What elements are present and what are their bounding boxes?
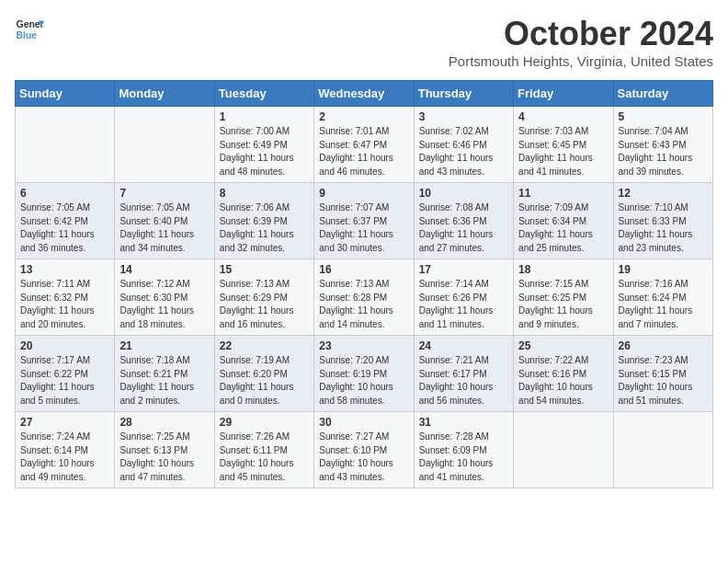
calendar-week-row: 20Sunrise: 7:17 AM Sunset: 6:22 PM Dayli… [16, 336, 713, 412]
day-info: Sunrise: 7:14 AM Sunset: 6:26 PM Dayligh… [419, 278, 508, 331]
day-info: Sunrise: 7:09 AM Sunset: 6:34 PM Dayligh… [518, 201, 608, 255]
day-number: 31 [419, 416, 508, 429]
day-number: 11 [518, 187, 608, 200]
calendar-cell: 22Sunrise: 7:19 AM Sunset: 6:20 PM Dayli… [214, 336, 313, 412]
calendar-cell [613, 412, 712, 488]
day-number: 3 [419, 110, 508, 123]
day-info: Sunrise: 7:25 AM Sunset: 6:13 PM Dayligh… [119, 431, 209, 484]
calendar-cell: 21Sunrise: 7:18 AM Sunset: 6:21 PM Dayli… [115, 336, 214, 412]
calendar-cell: 31Sunrise: 7:28 AM Sunset: 6:09 PM Dayli… [414, 412, 513, 488]
svg-text:Blue: Blue [17, 30, 38, 40]
calendar-cell: 1Sunrise: 7:00 AM Sunset: 6:49 PM Daylig… [214, 107, 313, 183]
calendar-cell: 9Sunrise: 7:07 AM Sunset: 6:37 PM Daylig… [314, 183, 414, 259]
logo: General Blue [15, 15, 44, 44]
calendar-cell: 5Sunrise: 7:04 AM Sunset: 6:43 PM Daylig… [613, 107, 712, 183]
day-info: Sunrise: 7:01 AM Sunset: 6:47 PM Dayligh… [319, 125, 408, 178]
calendar-cell: 23Sunrise: 7:20 AM Sunset: 6:19 PM Dayli… [314, 336, 414, 412]
day-number: 1 [220, 110, 309, 123]
calendar-cell [514, 412, 613, 488]
day-number: 29 [220, 416, 309, 429]
calendar-cell: 3Sunrise: 7:02 AM Sunset: 6:46 PM Daylig… [414, 107, 513, 183]
day-number: 8 [220, 187, 309, 200]
calendar-cell: 15Sunrise: 7:13 AM Sunset: 6:29 PM Dayli… [214, 259, 313, 336]
weekday-header-cell: Wednesday [314, 81, 414, 107]
calendar-table: SundayMondayTuesdayWednesdayThursdayFrid… [15, 80, 713, 488]
calendar-cell: 27Sunrise: 7:24 AM Sunset: 6:14 PM Dayli… [16, 412, 115, 488]
month-title: October 2024 [449, 15, 713, 53]
weekday-header-cell: Tuesday [214, 81, 313, 107]
day-number: 12 [619, 187, 708, 200]
day-info: Sunrise: 7:08 AM Sunset: 6:36 PM Dayligh… [419, 201, 508, 255]
calendar-cell: 13Sunrise: 7:11 AM Sunset: 6:32 PM Dayli… [16, 259, 115, 336]
weekday-header-cell: Sunday [16, 81, 115, 107]
day-number: 2 [319, 110, 408, 123]
calendar-cell: 25Sunrise: 7:22 AM Sunset: 6:16 PM Dayli… [514, 336, 613, 412]
day-number: 6 [20, 187, 109, 200]
calendar-cell: 12Sunrise: 7:10 AM Sunset: 6:33 PM Dayli… [613, 183, 712, 259]
calendar-cell [115, 107, 214, 183]
page-header: General Blue October 2024 Portsmouth Hei… [15, 15, 713, 69]
calendar-week-row: 13Sunrise: 7:11 AM Sunset: 6:32 PM Dayli… [16, 259, 713, 336]
day-info: Sunrise: 7:11 AM Sunset: 6:32 PM Dayligh… [20, 278, 109, 331]
calendar-week-row: 6Sunrise: 7:05 AM Sunset: 6:42 PM Daylig… [16, 183, 713, 259]
day-info: Sunrise: 7:05 AM Sunset: 6:42 PM Dayligh… [20, 201, 109, 255]
day-number: 21 [119, 339, 209, 352]
day-info: Sunrise: 7:26 AM Sunset: 6:11 PM Dayligh… [220, 431, 309, 484]
day-info: Sunrise: 7:23 AM Sunset: 6:15 PM Dayligh… [619, 354, 708, 408]
weekday-header-cell: Thursday [414, 81, 513, 107]
calendar-cell: 29Sunrise: 7:26 AM Sunset: 6:11 PM Dayli… [214, 412, 313, 488]
day-info: Sunrise: 7:06 AM Sunset: 6:39 PM Dayligh… [220, 201, 309, 255]
logo-icon: General Blue [15, 15, 44, 44]
day-info: Sunrise: 7:19 AM Sunset: 6:20 PM Dayligh… [220, 354, 309, 408]
calendar-cell: 11Sunrise: 7:09 AM Sunset: 6:34 PM Dayli… [514, 183, 613, 259]
location-subtitle: Portsmouth Heights, Virginia, United Sta… [449, 53, 713, 69]
weekday-header-cell: Monday [115, 81, 214, 107]
day-info: Sunrise: 7:21 AM Sunset: 6:17 PM Dayligh… [419, 354, 508, 408]
day-info: Sunrise: 7:20 AM Sunset: 6:19 PM Dayligh… [319, 354, 408, 408]
day-info: Sunrise: 7:05 AM Sunset: 6:40 PM Dayligh… [119, 201, 209, 255]
calendar-cell: 4Sunrise: 7:03 AM Sunset: 6:45 PM Daylig… [514, 107, 613, 183]
calendar-cell: 18Sunrise: 7:15 AM Sunset: 6:25 PM Dayli… [514, 259, 613, 336]
day-number: 28 [119, 416, 209, 429]
calendar-cell: 10Sunrise: 7:08 AM Sunset: 6:36 PM Dayli… [414, 183, 513, 259]
day-info: Sunrise: 7:15 AM Sunset: 6:25 PM Dayligh… [518, 278, 608, 331]
calendar-cell: 24Sunrise: 7:21 AM Sunset: 6:17 PM Dayli… [414, 336, 513, 412]
day-info: Sunrise: 7:03 AM Sunset: 6:45 PM Dayligh… [518, 125, 608, 178]
day-number: 9 [319, 187, 408, 200]
calendar-cell: 20Sunrise: 7:17 AM Sunset: 6:22 PM Dayli… [16, 336, 115, 412]
calendar-week-row: 27Sunrise: 7:24 AM Sunset: 6:14 PM Dayli… [16, 412, 713, 488]
weekday-header-cell: Friday [514, 81, 613, 107]
calendar-body: 1Sunrise: 7:00 AM Sunset: 6:49 PM Daylig… [16, 107, 713, 488]
day-number: 23 [319, 339, 408, 352]
day-info: Sunrise: 7:16 AM Sunset: 6:24 PM Dayligh… [619, 278, 708, 331]
day-info: Sunrise: 7:27 AM Sunset: 6:10 PM Dayligh… [319, 431, 408, 484]
day-info: Sunrise: 7:04 AM Sunset: 6:43 PM Dayligh… [619, 125, 708, 178]
day-number: 14 [119, 263, 209, 276]
day-info: Sunrise: 7:13 AM Sunset: 6:29 PM Dayligh… [220, 278, 309, 331]
day-number: 19 [619, 263, 708, 276]
calendar-week-row: 1Sunrise: 7:00 AM Sunset: 6:49 PM Daylig… [16, 107, 713, 183]
calendar-cell: 7Sunrise: 7:05 AM Sunset: 6:40 PM Daylig… [115, 183, 214, 259]
day-number: 7 [119, 187, 209, 200]
day-number: 22 [220, 339, 309, 352]
calendar-cell: 6Sunrise: 7:05 AM Sunset: 6:42 PM Daylig… [16, 183, 115, 259]
calendar-cell: 26Sunrise: 7:23 AM Sunset: 6:15 PM Dayli… [613, 336, 712, 412]
day-info: Sunrise: 7:10 AM Sunset: 6:33 PM Dayligh… [619, 201, 708, 255]
day-info: Sunrise: 7:24 AM Sunset: 6:14 PM Dayligh… [20, 431, 109, 484]
day-info: Sunrise: 7:22 AM Sunset: 6:16 PM Dayligh… [518, 354, 608, 408]
calendar-cell: 17Sunrise: 7:14 AM Sunset: 6:26 PM Dayli… [414, 259, 513, 336]
day-number: 16 [319, 263, 408, 276]
day-info: Sunrise: 7:18 AM Sunset: 6:21 PM Dayligh… [119, 354, 209, 408]
day-info: Sunrise: 7:12 AM Sunset: 6:30 PM Dayligh… [119, 278, 209, 331]
weekday-header-row: SundayMondayTuesdayWednesdayThursdayFrid… [16, 81, 713, 107]
calendar-cell: 16Sunrise: 7:13 AM Sunset: 6:28 PM Dayli… [314, 259, 414, 336]
day-number: 30 [319, 416, 408, 429]
day-number: 18 [518, 263, 608, 276]
day-info: Sunrise: 7:02 AM Sunset: 6:46 PM Dayligh… [419, 125, 508, 178]
day-info: Sunrise: 7:17 AM Sunset: 6:22 PM Dayligh… [20, 354, 109, 408]
calendar-cell: 8Sunrise: 7:06 AM Sunset: 6:39 PM Daylig… [214, 183, 313, 259]
calendar-cell [16, 107, 115, 183]
day-number: 27 [20, 416, 109, 429]
day-number: 5 [619, 110, 708, 123]
title-block: October 2024 Portsmouth Heights, Virgini… [449, 15, 713, 69]
